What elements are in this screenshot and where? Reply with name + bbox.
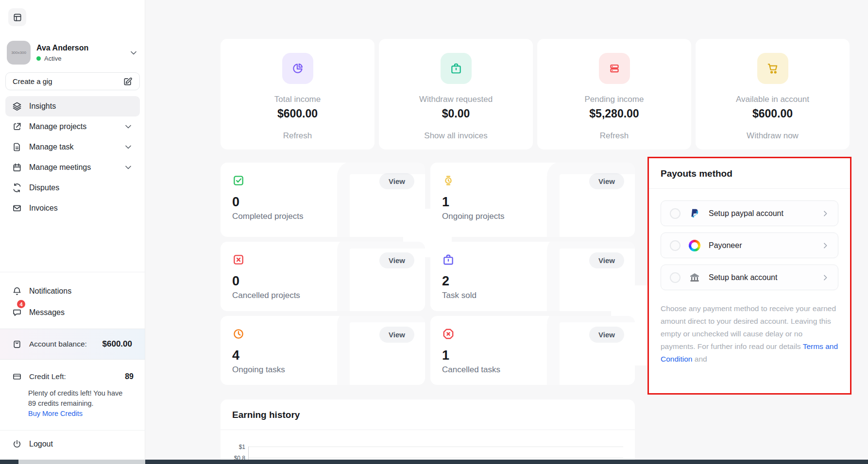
sidebar-item-notifications[interactable]: Notifications bbox=[5, 281, 140, 302]
refresh-link[interactable]: Refresh bbox=[600, 131, 629, 141]
chevron-right-icon bbox=[821, 242, 829, 249]
metric-value: 4 bbox=[232, 348, 413, 363]
stat-label: Available in account bbox=[736, 95, 809, 104]
sidebar-item-manage-meetings[interactable]: Manage meetings bbox=[5, 157, 140, 178]
sidebar-item-manage-task[interactable]: Manage task bbox=[5, 137, 140, 157]
create-gig-label: Create a gig bbox=[13, 77, 123, 85]
stat-value: $600.00 bbox=[277, 107, 318, 120]
logout-button[interactable]: Logout bbox=[12, 439, 53, 449]
credit-left-block: Credit Left: 89 Plenty of credits left! … bbox=[12, 372, 134, 419]
chevron-right-icon bbox=[821, 210, 829, 217]
radio-button[interactable] bbox=[670, 272, 681, 283]
create-gig-button[interactable]: Create a gig bbox=[5, 72, 140, 90]
metrics-grid: View 0 Completed projects View 1 Ongoing… bbox=[221, 163, 635, 385]
sidebar: 300x300 Ava Anderson Active Create a gig… bbox=[0, 0, 145, 464]
sidebar-item-invoices[interactable]: Invoices bbox=[5, 198, 140, 218]
refresh-link[interactable]: Refresh bbox=[283, 131, 312, 141]
view-button[interactable]: View bbox=[379, 252, 414, 268]
edit-icon bbox=[123, 77, 133, 86]
credit-note: Plenty of credits left! You have 89 cred… bbox=[28, 388, 134, 419]
payout-option-label: Setup bank account bbox=[709, 273, 813, 282]
summary-cards-row: Total income $600.00 Refresh Withdraw re… bbox=[221, 39, 850, 149]
payout-option-payoneer[interactable]: Payoneer bbox=[661, 232, 838, 258]
metric-cancelled-tasks: View 1 Cancelled tasks bbox=[430, 316, 635, 385]
divider bbox=[0, 272, 145, 272]
external-link-icon bbox=[12, 122, 22, 132]
sidebar-item-label: Manage projects bbox=[29, 122, 116, 131]
payouts-title: Payouts method bbox=[661, 168, 838, 179]
sidebar-item-messages[interactable]: 4 Messages bbox=[5, 302, 140, 323]
panel-layout-icon bbox=[13, 13, 22, 22]
buy-more-credits-link[interactable]: Buy More Credits bbox=[28, 409, 134, 419]
radio-button[interactable] bbox=[670, 208, 681, 219]
calendar-icon bbox=[12, 163, 22, 172]
profile-menu[interactable]: 300x300 Ava Anderson Active bbox=[7, 41, 138, 65]
metric-completed-projects: View 0 Completed projects bbox=[221, 163, 425, 237]
sidebar-bottom-nav: Notifications 4 Messages bbox=[5, 281, 140, 323]
bank-icon bbox=[689, 272, 700, 283]
payouts-description: Choose any payment method to receive you… bbox=[661, 302, 838, 365]
chevron-down-icon bbox=[123, 142, 133, 152]
sidebar-item-manage-projects[interactable]: Manage projects bbox=[5, 116, 140, 137]
sidebar-item-label: Disputes bbox=[29, 183, 133, 192]
account-balance-value: $600.00 bbox=[102, 339, 132, 349]
view-button[interactable]: View bbox=[589, 252, 624, 268]
sidebar-nav: Insights Manage projects Manage task Man… bbox=[5, 96, 140, 218]
metric-label: Cancelled projects bbox=[232, 291, 413, 300]
stat-value: $5,280.00 bbox=[589, 107, 639, 120]
metric-label: Completed projects bbox=[232, 212, 413, 221]
metric-label: Ongoing projects bbox=[442, 212, 623, 221]
sidebar-item-insights[interactable]: Insights bbox=[5, 96, 140, 116]
chat-icon bbox=[12, 308, 22, 317]
sidebar-item-label: Insights bbox=[29, 102, 133, 111]
sidebar-item-label: Manage meetings bbox=[29, 163, 116, 172]
stat-card-withdraw-requested: Withdraw requested $0.00 Show all invoic… bbox=[379, 39, 533, 149]
sidebar-toggle-button[interactable] bbox=[8, 8, 26, 26]
avatar: 300x300 bbox=[7, 41, 31, 65]
server-rows-icon bbox=[608, 62, 621, 75]
account-balance-row[interactable]: Account balance: $600.00 bbox=[0, 329, 145, 360]
bag-icon bbox=[12, 339, 22, 349]
paypal-icon bbox=[689, 208, 700, 219]
sidebar-item-label: Invoices bbox=[29, 204, 133, 213]
stat-label: Withdraw requested bbox=[419, 95, 493, 104]
metric-value: 2 bbox=[442, 274, 623, 289]
view-button[interactable]: View bbox=[589, 327, 624, 343]
chevron-right-icon bbox=[821, 274, 829, 282]
metric-ongoing-tasks: View 4 Ongoing tasks bbox=[221, 316, 425, 385]
payout-option-bank[interactable]: Setup bank account bbox=[661, 265, 838, 290]
bottom-edge-bar bbox=[0, 460, 868, 464]
payouts-description-suffix: and bbox=[693, 355, 707, 363]
credit-card-icon bbox=[12, 372, 22, 381]
metric-label: Ongoing tasks bbox=[232, 365, 413, 375]
gridline bbox=[248, 458, 623, 458]
payout-option-paypal[interactable]: Setup paypal account bbox=[661, 200, 838, 226]
divider bbox=[649, 188, 850, 189]
briefcase-icon bbox=[442, 253, 455, 266]
credit-note-line1: Plenty of credits left! You have bbox=[28, 388, 134, 398]
messages-unread-badge: 4 bbox=[16, 299, 26, 309]
sidebar-item-label: Messages bbox=[29, 308, 133, 317]
stat-value: $600.00 bbox=[752, 107, 793, 120]
payout-option-label: Payoneer bbox=[709, 241, 813, 250]
radio-button[interactable] bbox=[670, 240, 681, 251]
metric-task-sold: View 2 Task sold bbox=[430, 242, 635, 311]
credit-note-line2: 89 credits remaining. bbox=[28, 398, 134, 409]
view-button[interactable]: View bbox=[589, 173, 624, 189]
envelope-icon bbox=[12, 203, 22, 213]
view-button[interactable]: View bbox=[379, 327, 414, 343]
payouts-method-panel: Payouts method Setup paypal account Payo… bbox=[647, 157, 851, 395]
watch-icon bbox=[442, 174, 455, 187]
stat-card-available-in-account: Available in account $600.00 Withdraw no… bbox=[696, 39, 850, 149]
earning-history-card: Earning history $1 $0.8 bbox=[221, 399, 635, 464]
chevron-down-icon bbox=[123, 163, 133, 172]
cart-icon bbox=[766, 62, 779, 75]
check-square-icon bbox=[232, 174, 245, 187]
sidebar-item-disputes[interactable]: Disputes bbox=[5, 178, 140, 198]
credit-left-label: Credit Left: bbox=[29, 372, 118, 381]
credit-left-value: 89 bbox=[125, 372, 134, 381]
earning-history-title: Earning history bbox=[221, 399, 635, 420]
view-button[interactable]: View bbox=[379, 173, 414, 189]
withdraw-now-link[interactable]: Withdraw now bbox=[747, 131, 799, 141]
show-all-invoices-link[interactable]: Show all invoices bbox=[424, 131, 487, 141]
